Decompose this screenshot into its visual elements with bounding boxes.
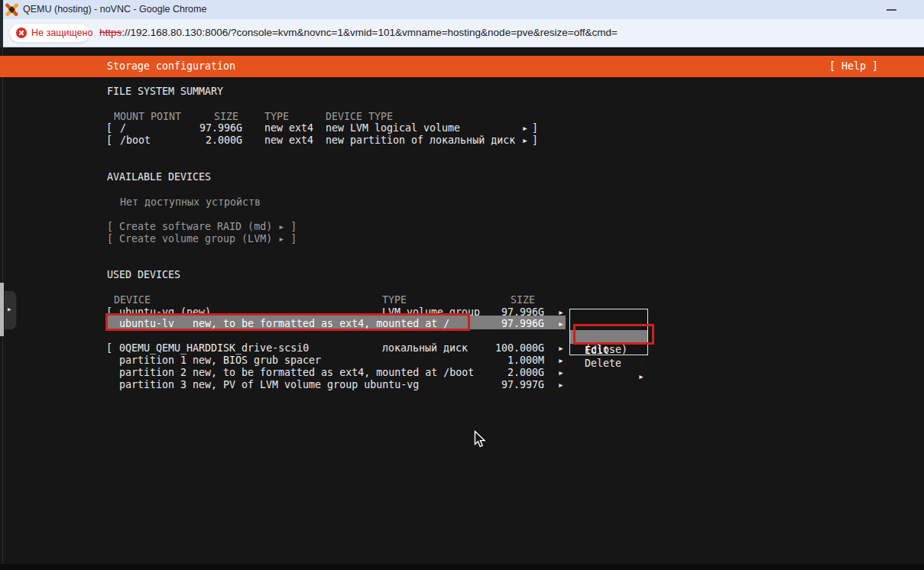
device-name: partition 3 [119,379,186,391]
menu-item-delete[interactable]: Delete ▸ [570,344,647,357]
annotation-box-edit [573,324,654,345]
site-security-chip[interactable]: Не защищено [9,23,90,43]
not-secure-icon [16,28,27,38]
create-raid-button[interactable]: [ Create software RAID (md) ▸ ] [107,221,297,233]
device-detail: new, to be formatted as ext4, mounted at… [193,367,474,379]
fs-size: 97.996G [153,122,242,134]
submenu-arrow-icon: ▸ [522,134,528,147]
installer-header: Storage configuration [ Help ] [0,56,924,77]
device-size: 100.000G [452,342,544,355]
col-mount-point: MOUNT POINT [114,111,181,123]
fs-type: new ext4 [264,134,313,147]
minimize-button[interactable] [876,0,911,19]
col-size: SIZE [214,111,238,123]
console-bottom-strip [0,564,924,570]
submenu-arrow-icon: ▸ [558,379,564,391]
device-detail: new, BIOS grub spacer [193,355,321,367]
menu-delete-label: Delete [585,357,621,370]
handle-arrow-icon: ▸ [7,305,12,313]
device-size: 97.997G [452,379,544,391]
bracket: [ [106,342,112,355]
screen: QEMU (hosting) - noVNC - Google Chrome Н… [0,0,924,570]
bracket: [ [106,134,112,147]
address-bar[interactable]: https://192.168.80.130:8006/?console=kvm… [99,19,618,47]
window-title: QEMU (hosting) - noVNC - Google Chrome [23,0,206,19]
device-detail: new, PV of LVM volume group ubuntu-vg [193,379,419,391]
novnc-handle[interactable]: ▸ [4,290,17,330]
browser-titlebar: QEMU (hosting) - noVNC - Google Chrome [0,0,924,19]
novnc-logo-icon [5,3,18,16]
mount-point: /boot [120,134,151,147]
bracket: ] [532,122,538,134]
device-size: 2.000G [452,367,544,379]
device-name: partition 1 [119,355,186,367]
mouse-cursor [474,430,487,449]
fs-device-type: new partition of локальный диск [326,134,515,147]
device-name: partition 2 [119,367,186,379]
col-device: DEVICE [114,294,151,306]
mount-point: / [120,122,126,134]
device-size: 1.000M [452,355,544,367]
submenu-arrow-icon: ▸ [558,318,564,330]
create-lvm-button[interactable]: [ Create volume group (LVM) ▸ ] [107,233,297,245]
device-name: 0QEMU_QEMU_HARDDISK_drive-scsi0 [119,342,309,355]
annotation-box-row [105,313,470,331]
col-type: TYPE [264,111,289,123]
no-devices-text: Нет доступных устройств [120,196,261,209]
url-text: ://192.168.80.130:8006/?console=kvm&novn… [122,27,618,38]
fs-size: 2.000G [153,134,242,147]
submenu-arrow-icon: ▸ [522,122,528,134]
bracket: [ [106,122,112,134]
fs-type: new ext4 [264,122,313,134]
security-chip-label: Не защищено [31,24,92,42]
window-edge [0,0,3,47]
vnc-console[interactable]: Storage configuration [ Help ] FILE SYST… [0,47,924,570]
submenu-arrow-icon: ▸ [558,367,564,379]
help-button[interactable]: [ Help ] [829,56,878,77]
submenu-arrow-icon: ▸ [558,355,564,367]
submenu-arrow-icon: ▸ [638,370,644,383]
browser-toolbar: Не защищено https://192.168.80.130:8006/… [0,19,924,47]
fs-summary-title: FILE SYSTEM SUMMARY [107,86,223,98]
page-title: Storage configuration [107,56,235,77]
available-devices-title: AVAILABLE DEVICES [107,171,211,183]
col-device-type: DEVICE TYPE [326,111,393,123]
submenu-arrow-icon: ▸ [558,342,564,355]
bracket: ] [532,134,538,147]
minimize-icon [887,9,896,11]
url-scheme: https [99,27,122,38]
col-type: TYPE [382,294,407,306]
fs-device-type: new LVM logical volume [326,122,460,134]
col-size: SIZE [511,294,535,306]
used-devices-title: USED DEVICES [107,269,180,281]
